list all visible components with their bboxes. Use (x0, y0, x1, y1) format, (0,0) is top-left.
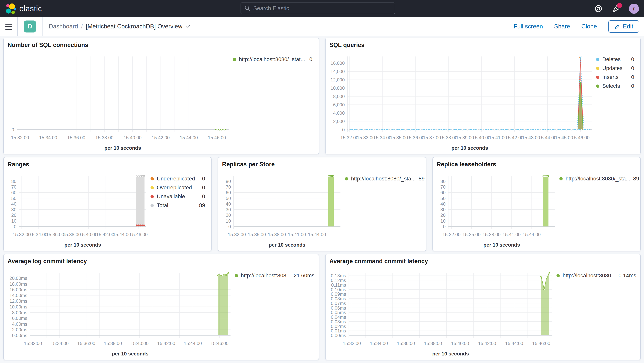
svg-text:15:36:00: 15:36:00 (77, 341, 95, 346)
svg-text:15:42:00: 15:42:00 (478, 341, 496, 346)
svg-text:15:35:00: 15:35:00 (462, 232, 480, 237)
space-avatar[interactable]: D (24, 21, 36, 33)
legend-value: 0 (202, 184, 207, 191)
average-command-commit-latency-chart[interactable]: 0.00ms0.01ms0.02ms0.03ms0.04ms0.05ms0.06… (327, 268, 557, 358)
svg-text:15:44:00: 15:44:00 (180, 135, 198, 140)
space-selector[interactable]: D (18, 21, 42, 33)
legend-value: 0 (631, 74, 636, 80)
svg-text:0.12ms: 0.12ms (331, 278, 346, 283)
svg-text:15:32:00: 15:32:00 (228, 232, 246, 237)
svg-text:10: 10 (11, 218, 16, 224)
svg-text:2.00ms: 2.00ms (12, 327, 27, 332)
svg-text:15:35:00: 15:35:00 (248, 232, 266, 237)
legend-value: 0 (202, 176, 207, 182)
number-of-sql-connections-chart[interactable]: 015:32:0015:34:0015:36:0015:38:0015:40:0… (5, 52, 233, 152)
svg-text:15:38:00: 15:38:00 (268, 232, 286, 237)
svg-text:15:34:00: 15:34:00 (39, 135, 57, 140)
svg-text:10,000: 10,000 (330, 86, 344, 91)
legend-series-dot-icon (596, 58, 599, 61)
panel-average-command-commit-latency: Average command commit latency0.00ms0.01… (325, 254, 641, 360)
svg-text:15:38:00: 15:38:00 (482, 232, 500, 237)
svg-text:15:42:00: 15:42:00 (96, 232, 114, 237)
svg-text:per 10 seconds: per 10 seconds (451, 145, 488, 151)
clone-button[interactable]: Clone (582, 23, 597, 30)
svg-text:30: 30 (11, 207, 16, 212)
svg-text:15:36:00: 15:36:00 (46, 232, 64, 237)
newsfeed-party-popper-icon[interactable] (612, 5, 620, 13)
menu-hamburger-icon[interactable] (0, 17, 18, 36)
svg-text:0.11ms: 0.11ms (331, 282, 346, 288)
legend-item[interactable]: Inserts0 (596, 74, 636, 80)
share-button[interactable]: Share (554, 23, 570, 30)
legend-item[interactable]: http://localhost:808...21.60ms (235, 272, 314, 279)
svg-text:per 10 seconds: per 10 seconds (112, 351, 148, 356)
svg-text:20: 20 (226, 213, 231, 218)
svg-text:0.01ms: 0.01ms (331, 328, 346, 333)
svg-text:15:46:00: 15:46:00 (571, 135, 589, 140)
svg-text:15:34:00: 15:34:00 (373, 135, 391, 140)
full-screen-button[interactable]: Full screen (514, 23, 543, 30)
legend-label: Underreplicated (157, 176, 195, 182)
legend-item[interactable]: Deletes0 (596, 56, 636, 63)
legend-item[interactable]: http://localhost:8080...0.14ms (556, 272, 636, 279)
svg-text:16.00ms: 16.00ms (10, 287, 27, 292)
svg-text:15:38:00: 15:38:00 (96, 135, 114, 140)
help-lifebuoy-icon[interactable] (594, 5, 603, 13)
edit-button[interactable]: Edit (608, 20, 639, 33)
panel-ranges: Ranges0102030405060708015:32:0015:34:001… (3, 157, 212, 251)
svg-text:15:34:00: 15:34:00 (50, 341, 68, 346)
legend-value: 89 (418, 176, 426, 182)
legend-value: 0 (631, 65, 636, 71)
svg-text:15:33:00: 15:33:00 (357, 135, 375, 140)
svg-text:50: 50 (226, 196, 231, 201)
legend-item[interactable]: Unavailable0 (150, 193, 206, 200)
svg-text:15:36:00: 15:36:00 (406, 135, 424, 140)
svg-text:15:43:00: 15:43:00 (522, 135, 540, 140)
legend-value: 0 (202, 193, 207, 200)
global-search-input[interactable]: Search Elastic (240, 3, 395, 14)
legend-item[interactable]: Selects0 (596, 83, 636, 89)
svg-text:10: 10 (226, 218, 231, 224)
legend-item[interactable]: Overreplicated0 (150, 184, 206, 191)
replicas-per-store-chart[interactable]: 0102030405060708015:32:0015:35:0015:38:0… (220, 171, 345, 249)
elastic-brand[interactable]: elastic (0, 3, 42, 14)
sql-queries-chart[interactable]: 02,0004,0006,0008,00010,00012,00014,0001… (327, 52, 596, 152)
svg-text:0.05ms: 0.05ms (331, 310, 346, 315)
ranges-chart[interactable]: 0102030405060708015:32:0015:34:0015:36:0… (5, 171, 150, 249)
svg-text:15:38:00: 15:38:00 (63, 232, 81, 237)
breadcrumb: Dashboard / [Metricbeat CockroachDB] Ove… (42, 23, 191, 30)
legend-item[interactable]: http://localhost:8080/_stat...0 (233, 56, 314, 63)
dashboard-toolbar: D Dashboard / [Metricbeat CockroachDB] O… (0, 17, 644, 36)
breadcrumb-dashboard-link[interactable]: Dashboard (49, 23, 78, 30)
svg-text:15:42:00: 15:42:00 (505, 135, 523, 140)
panel-body: 0102030405060708015:32:0015:34:0015:36:0… (5, 171, 208, 249)
svg-text:15:32:00: 15:32:00 (340, 135, 358, 140)
avatar-initial: r (633, 6, 635, 12)
average-log-commit-latency-chart[interactable]: 0.00ms2.00ms4.00ms6.00ms8.00ms10.00ms12.… (5, 268, 235, 358)
svg-text:50: 50 (440, 196, 446, 201)
svg-text:20: 20 (11, 213, 16, 218)
user-avatar[interactable]: r (629, 4, 639, 14)
legend-item[interactable]: http://localhost:8080/_sta...89 (345, 176, 421, 182)
legend-item[interactable]: http://localhost:8080/_sta...89 (559, 176, 636, 182)
legend-item[interactable]: Underreplicated0 (150, 176, 206, 182)
svg-text:30: 30 (226, 207, 231, 212)
replica-leaseholders-chart[interactable]: 0102030405060708015:32:0015:35:0015:38:0… (434, 171, 559, 249)
legend-series-dot-icon (596, 67, 599, 70)
svg-text:15:41:00: 15:41:00 (502, 232, 520, 237)
legend-value: 0 (631, 56, 636, 63)
svg-text:0.00ms: 0.00ms (331, 333, 346, 338)
panel-number-of-sql-connections: Number of SQL connections015:32:0015:34:… (3, 38, 319, 154)
legend-item[interactable]: Updates0 (596, 65, 636, 71)
panel-average-log-commit-latency: Average log commit latency0.00ms2.00ms4.… (3, 254, 319, 360)
svg-text:70: 70 (226, 184, 231, 190)
legend-label: http://localhost:8080/_sta... (566, 176, 630, 182)
title-check-icon (186, 24, 191, 29)
svg-text:6.00ms: 6.00ms (12, 316, 27, 321)
legend-label: Total (157, 202, 168, 208)
svg-text:0: 0 (443, 224, 445, 229)
svg-text:0.10ms: 0.10ms (331, 287, 346, 292)
svg-text:15:44:00: 15:44:00 (113, 232, 131, 237)
legend-item[interactable]: Total89 (150, 202, 206, 208)
page-title: [Metricbeat CockroachDB] Overview (86, 23, 182, 30)
